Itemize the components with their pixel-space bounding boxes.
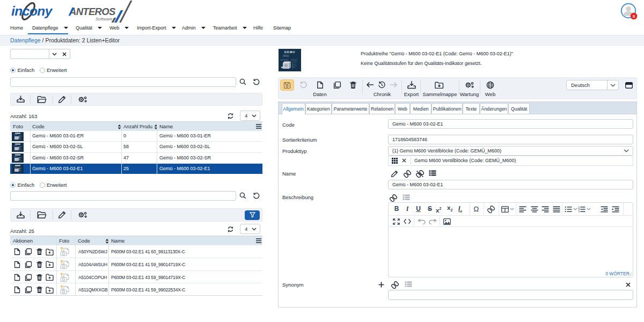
svg-text:Software: Software bbox=[96, 17, 113, 21]
svg-text:?: ? bbox=[60, 246, 63, 252]
svg-text:?: ? bbox=[60, 259, 63, 265]
svg-text:3: 3 bbox=[578, 210, 580, 213]
svg-text:0: 0 bbox=[633, 14, 635, 19]
svg-text:03.02.01: 03.02.01 bbox=[281, 59, 289, 61]
svg-text:?: ? bbox=[60, 272, 63, 277]
svg-text:ANTEROS: ANTEROS bbox=[69, 6, 116, 17]
svg-text:M600: M600 bbox=[283, 55, 289, 57]
svg-text:?: ? bbox=[60, 284, 63, 290]
svg-text:incony: incony bbox=[11, 4, 53, 18]
svg-text:GEMU: GEMU bbox=[284, 50, 296, 54]
